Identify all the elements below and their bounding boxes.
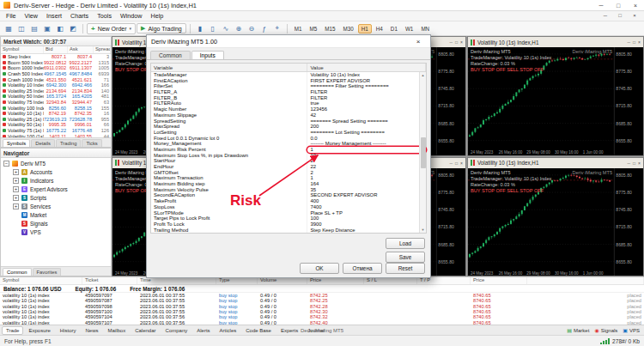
input-value[interactable]: Place SL + TP xyxy=(307,210,426,216)
toolbox-toggle-icon[interactable]: ◩ xyxy=(67,23,79,34)
expand-icon[interactable]: + xyxy=(13,186,19,192)
market-watch-row[interactable]: Volatility 25 (1s) Index723619.23723628.… xyxy=(1,117,111,123)
navigator-item-vps[interactable]: VVPS xyxy=(1,228,111,236)
market-watch-tab-trading[interactable]: Trading xyxy=(56,139,81,147)
expand-icon[interactable]: + xyxy=(13,169,19,175)
toolbox-tab-history[interactable]: History xyxy=(56,326,81,335)
order-row[interactable]: volatility 10 (1s) index45905970872023.0… xyxy=(0,298,644,303)
market-tab[interactable]: ▤Market xyxy=(567,327,589,333)
toolbox-tab-trade[interactable]: Trade xyxy=(2,326,23,335)
input-value[interactable]: 2 xyxy=(307,170,426,176)
market-watch-row[interactable]: Volatility 10 (1s) Index8742.198742.3516 xyxy=(1,111,111,117)
input-value[interactable]: 0.0 xyxy=(307,136,426,142)
market-watch-tab-symbols[interactable]: Symbols xyxy=(3,139,30,147)
input-value[interactable]: 400 xyxy=(307,198,426,204)
timeframe-m5-button[interactable]: M5 xyxy=(306,24,320,33)
toolbox-tab-news[interactable]: News xyxy=(81,326,102,335)
timeframe-w1-button[interactable]: W1 xyxy=(402,24,416,33)
input-value[interactable]: 7400 xyxy=(307,204,426,210)
save-button[interactable]: Save xyxy=(386,252,425,263)
chart-canvas[interactable]: 8805.808775.808745.808715.808685.808655.… xyxy=(468,168,643,276)
vps-tab[interactable]: ▣VPS xyxy=(623,327,640,333)
navigator-item-accounts[interactable]: +AAccounts xyxy=(1,167,111,176)
dialog-titlebar[interactable]: Deriv iMazing MT5 1.00 × xyxy=(147,35,430,48)
profiles-icon[interactable]: ◫ xyxy=(15,23,27,34)
market-watch-row[interactable]: Volatility 10 Index6942.3006942.466166 xyxy=(1,82,111,88)
market-watch-row[interactable]: Volatility 25 Index2134.6942134.834140 xyxy=(1,88,111,94)
input-value[interactable]: 22 xyxy=(307,164,426,170)
navigator-root[interactable]: −Deriv MT5 xyxy=(1,159,111,167)
menu-window[interactable]: Window xyxy=(116,12,147,20)
chart-maximize-button[interactable]: □ xyxy=(455,161,458,166)
timeframe-m15-button[interactable]: M15 xyxy=(321,24,338,33)
input-value[interactable]: 35 xyxy=(307,187,426,193)
menu-help[interactable]: Help xyxy=(147,12,168,20)
reset-button[interactable]: Reset xyxy=(386,263,425,274)
chart-minimize-button[interactable]: ─ xyxy=(450,161,453,166)
mw-col-ask[interactable]: Ask xyxy=(68,46,94,53)
chart-close-button[interactable]: × xyxy=(460,161,463,166)
market-watch-tab-details[interactable]: Details xyxy=(31,139,55,147)
new-order-button[interactable]: +New Order▾ xyxy=(87,23,136,34)
menu-tools[interactable]: Tools xyxy=(93,12,116,20)
toolbox-tab-calendar[interactable]: Calendar xyxy=(131,326,160,335)
input-value[interactable]: FILTER xyxy=(307,95,426,101)
navigator-item-signals[interactable]: SSignals xyxy=(1,219,111,228)
toolbox-tab-code-base[interactable]: Code Base xyxy=(241,326,276,335)
toolbox-tab-exposure[interactable]: Exposure xyxy=(24,326,54,335)
navigator-item-services[interactable]: +SServices xyxy=(1,202,111,210)
navigator-item-scripts[interactable]: +SScripts xyxy=(1,193,111,202)
input-value[interactable]: 42 xyxy=(307,112,426,118)
chart-close-button[interactable]: × xyxy=(638,161,641,166)
chart-child-close-button[interactable]: × xyxy=(629,11,640,21)
market-watch-row[interactable]: Volatility 100 Index8256.608258.15155 xyxy=(1,105,111,111)
input-value[interactable]: 164 xyxy=(307,181,426,187)
toolbox-tab-company[interactable]: Company xyxy=(161,326,192,335)
chart-child-maximize-button[interactable]: □ xyxy=(615,11,625,21)
input-value[interactable]: 100 xyxy=(307,215,426,222)
navigator-tab-common[interactable]: Common xyxy=(3,268,32,276)
market-watch-row[interactable]: Volatility 50 Index165.3724165.4205481 xyxy=(1,94,111,100)
chart-maximize-button[interactable]: □ xyxy=(633,161,635,166)
chart-window-titlebar[interactable]: Volatility 10 (1s) Index,H1─□× xyxy=(468,37,643,47)
trade-col-symbol[interactable]: Symbol xyxy=(0,277,82,284)
scroll-up-icon[interactable]: ▲ xyxy=(422,73,425,77)
market-watch-toggle-icon[interactable]: ▤ xyxy=(28,23,40,34)
bar-chart-icon[interactable]: ▯ xyxy=(207,23,219,34)
chart-maximize-button[interactable]: □ xyxy=(455,39,458,45)
inputs-col-value[interactable]: Value xyxy=(307,64,426,71)
chart-minimize-button[interactable]: ─ xyxy=(628,161,631,166)
dialog-scrollbar[interactable]: ▲ ▼ xyxy=(419,72,426,233)
menu-insert[interactable]: Insert xyxy=(42,12,66,20)
market-watch-row[interactable]: Boom 500 Index9922.08129922.21271315 xyxy=(1,60,111,66)
window-minimize-button[interactable]: ─ xyxy=(596,1,606,10)
timeframe-mn-button[interactable]: MN xyxy=(417,24,433,33)
input-value[interactable]: ======= Spread Setting ======= xyxy=(307,118,426,124)
input-value[interactable]: 2 xyxy=(307,158,426,164)
input-value[interactable]: true xyxy=(307,100,426,106)
market-watch-row[interactable]: Volatility 50 (1s) Index9995.359996.0166 xyxy=(1,122,111,128)
collapse-expander-icon[interactable]: − xyxy=(3,161,9,167)
data-window-icon[interactable]: ▣ xyxy=(41,23,53,34)
chart-window-titlebar[interactable]: Volatility 10 (1s) Index,H1─□× xyxy=(468,158,643,168)
toolbox-tab-mailbox[interactable]: Mailbox xyxy=(104,326,131,335)
dialog-close-button[interactable]: × xyxy=(410,38,426,46)
crosshair-icon[interactable]: ⌖ xyxy=(271,23,283,34)
input-value[interactable]: FIRST EXPERT ADVISOR xyxy=(307,78,426,84)
inputs-col-variable[interactable]: Variable xyxy=(151,64,307,71)
market-watch-row[interactable]: Volatility 75 Index32943.8432944.4763 xyxy=(1,100,111,106)
mw-col-bid[interactable]: Bid xyxy=(44,46,68,53)
navigator-toggle-icon[interactable]: ◧ xyxy=(54,23,66,34)
order-row[interactable]: volatility 10 (1s) index45905970982023.0… xyxy=(0,304,644,309)
dialog-tab-inputs[interactable]: Inputs xyxy=(191,51,224,59)
input-value[interactable]: Volatility 10 (1s) Index xyxy=(307,72,426,78)
navigator-item-expert-advisors[interactable]: +EExpert Advisors xyxy=(1,185,111,193)
input-value[interactable]: ======== Filter Setting ======== xyxy=(307,83,426,89)
window-close-button[interactable]: × xyxy=(630,1,641,10)
chart-minimize-button[interactable]: ─ xyxy=(628,39,631,45)
market-watch-tab-ticks[interactable]: Ticks xyxy=(82,139,101,147)
cancel-button[interactable]: Отмена xyxy=(343,263,382,274)
expand-icon[interactable]: + xyxy=(13,178,19,184)
algo-trading-button[interactable]: ▶Algo Trading xyxy=(137,23,186,33)
order-row[interactable]: volatility 10 (1s) index45905971002023.0… xyxy=(0,309,644,314)
